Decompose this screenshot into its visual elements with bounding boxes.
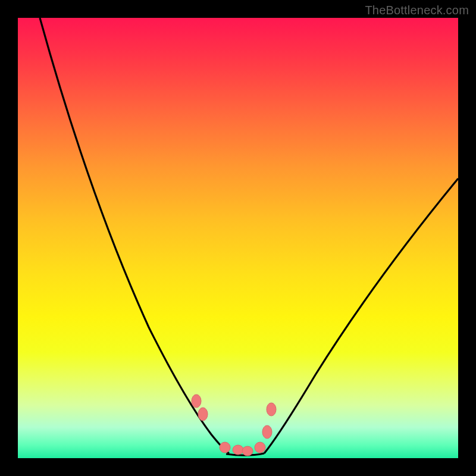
marker-dot [192, 394, 201, 408]
chart-frame: TheBottleneck.com [0, 0, 476, 476]
marker-dot [267, 403, 276, 416]
marker-dot [198, 408, 208, 421]
left-curve-path [40, 18, 229, 453]
marker-dot [233, 445, 243, 455]
marker-dot [255, 442, 265, 453]
marker-dot [262, 425, 272, 439]
plot-area [18, 18, 458, 458]
marker-dot [242, 446, 253, 456]
watermark-text: TheBottleneck.com [365, 4, 469, 17]
right-curve-path [264, 178, 458, 453]
bottleneck-curve [18, 18, 458, 458]
marker-dot [220, 442, 230, 453]
